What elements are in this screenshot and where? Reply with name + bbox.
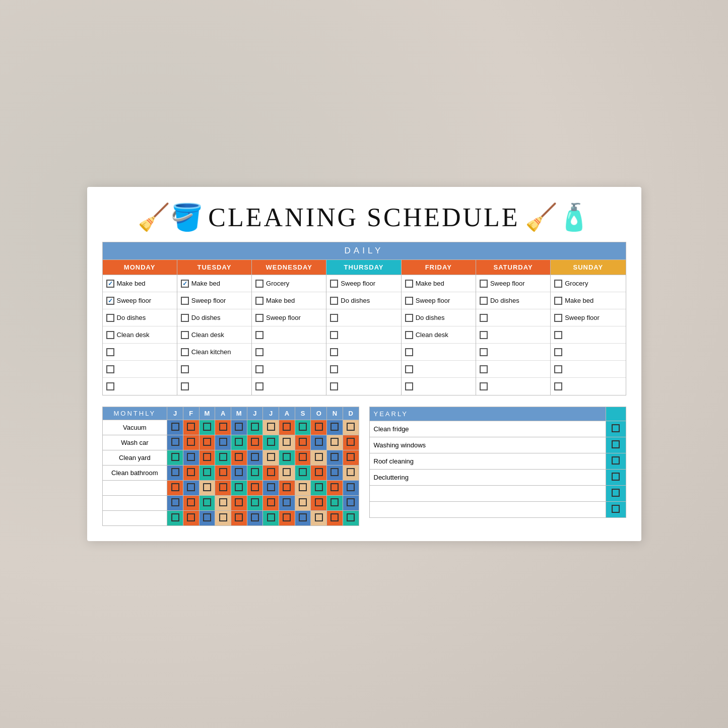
task-checkbox[interactable] [480,280,488,288]
monthly-check-cell[interactable] [215,481,231,496]
month-checkbox[interactable] [299,438,307,446]
month-checkbox[interactable] [299,423,307,431]
yearly-checkbox[interactable] [612,456,620,465]
monthly-check-cell[interactable] [231,511,247,526]
month-checkbox[interactable] [267,483,275,491]
task-checkbox[interactable] [405,297,413,305]
task-checkbox[interactable] [480,348,488,356]
task-checkbox[interactable] [330,280,338,288]
month-checkbox[interactable] [347,468,355,476]
month-checkbox[interactable] [315,498,323,506]
monthly-check-cell[interactable] [263,481,279,496]
month-checkbox[interactable] [219,468,227,476]
month-checkbox[interactable] [251,423,259,431]
month-checkbox[interactable] [330,438,339,446]
monthly-check-cell[interactable] [247,481,263,496]
month-checkbox[interactable] [299,468,307,476]
monthly-check-cell[interactable] [247,435,263,450]
monthly-check-cell[interactable] [311,450,327,466]
month-checkbox[interactable] [219,483,227,491]
task-checkbox[interactable] [181,314,189,322]
monthly-check-cell[interactable] [247,466,263,481]
month-checkbox[interactable] [171,438,179,446]
monthly-check-cell[interactable] [295,450,311,466]
month-checkbox[interactable] [203,438,211,446]
monthly-check-cell[interactable] [247,511,263,526]
month-checkbox[interactable] [299,483,307,491]
month-checkbox[interactable] [171,453,179,461]
month-checkbox[interactable] [283,483,291,491]
month-checkbox[interactable] [187,513,195,521]
month-checkbox[interactable] [235,423,243,431]
month-checkbox[interactable] [251,453,259,461]
task-checkbox[interactable] [181,382,189,390]
monthly-check-cell[interactable] [311,435,327,450]
monthly-check-cell[interactable] [263,511,279,526]
monthly-check-cell[interactable] [327,450,343,466]
monthly-check-cell[interactable] [199,496,215,511]
month-checkbox[interactable] [347,438,355,446]
monthly-check-cell[interactable] [167,481,183,496]
task-checkbox[interactable] [181,348,189,356]
monthly-check-cell[interactable] [183,496,199,511]
task-checkbox[interactable] [405,314,413,322]
month-checkbox[interactable] [219,498,227,506]
monthly-check-cell[interactable] [343,420,359,435]
monthly-check-cell[interactable] [311,466,327,481]
month-checkbox[interactable] [251,498,259,506]
month-checkbox[interactable] [171,483,179,491]
month-checkbox[interactable] [283,423,291,431]
month-checkbox[interactable] [219,438,227,446]
task-checkbox[interactable] [106,365,114,373]
month-checkbox[interactable] [203,498,211,506]
task-checkbox[interactable] [480,297,488,305]
month-checkbox[interactable] [187,468,195,476]
month-checkbox[interactable] [251,438,259,446]
month-checkbox[interactable] [187,498,195,506]
monthly-check-cell[interactable] [167,450,183,466]
task-checkbox[interactable] [255,331,263,339]
yearly-checkbox[interactable] [612,505,620,513]
monthly-check-cell[interactable] [231,466,247,481]
monthly-check-cell[interactable] [279,420,295,435]
monthly-check-cell[interactable] [311,496,327,511]
task-checkbox[interactable] [554,348,562,356]
task-checkbox[interactable] [554,365,562,373]
task-checkbox[interactable] [106,331,114,339]
monthly-check-cell[interactable] [183,511,199,526]
monthly-check-cell[interactable] [167,466,183,481]
monthly-check-cell[interactable] [199,420,215,435]
monthly-check-cell[interactable] [199,450,215,466]
month-checkbox[interactable] [315,438,323,446]
month-checkbox[interactable] [203,513,211,521]
task-checkbox[interactable] [480,382,488,390]
month-checkbox[interactable] [267,468,275,476]
monthly-check-cell[interactable] [327,511,343,526]
month-checkbox[interactable] [171,498,179,506]
month-checkbox[interactable] [283,513,291,521]
month-checkbox[interactable] [330,483,339,491]
task-checkbox[interactable] [106,348,114,356]
monthly-check-cell[interactable] [295,511,311,526]
month-checkbox[interactable] [330,423,339,431]
month-checkbox[interactable] [330,468,339,476]
monthly-check-cell[interactable] [263,420,279,435]
monthly-check-cell[interactable] [295,420,311,435]
monthly-check-cell[interactable] [167,496,183,511]
month-checkbox[interactable] [283,438,291,446]
task-checkbox[interactable] [255,382,263,390]
task-checkbox[interactable] [480,331,488,339]
monthly-check-cell[interactable] [215,496,231,511]
monthly-check-cell[interactable] [343,450,359,466]
task-checkbox[interactable] [106,314,114,322]
monthly-check-cell[interactable] [183,450,199,466]
task-checkbox[interactable] [255,297,263,305]
monthly-check-cell[interactable] [215,450,231,466]
task-checkbox[interactable] [330,314,338,322]
month-checkbox[interactable] [219,453,227,461]
month-checkbox[interactable] [347,423,355,431]
monthly-check-cell[interactable] [343,481,359,496]
monthly-check-cell[interactable] [199,511,215,526]
month-checkbox[interactable] [251,468,259,476]
task-checkbox[interactable] [255,348,263,356]
